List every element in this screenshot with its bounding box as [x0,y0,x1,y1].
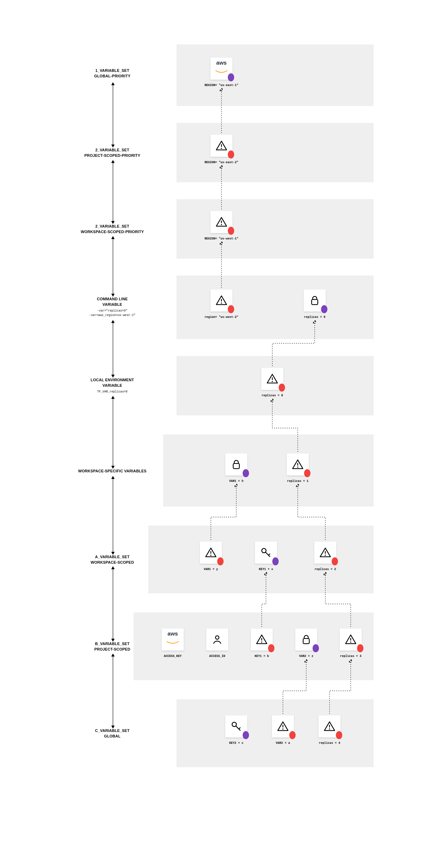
card-var1-y: VAR1 = y [199,541,222,571]
warning-icon [211,289,232,311]
card-label: REGION= "us-east-2" [205,161,239,164]
status-dot [228,73,234,82]
diagram-canvas: 1_VARIABLE_SET GLOBAL-PRIORITY 2_VARIABL… [0,0,434,868]
status-dot [243,731,249,739]
label-r6: WORKSPACE-SPECIFIC VARIABLES [66,468,159,474]
status-dot [228,227,234,235]
card-key1-x: KEY1 = x [254,541,278,571]
lock-icon [295,628,317,651]
card-region-usw2: region= "us-west-2" [210,289,233,319]
card-label: VAR2 = a [276,741,290,745]
card-label: REGION= "us-west-1" [205,237,239,240]
card-var1-h: VAR1 = h [225,454,248,483]
card-label: ACCESS_ID [209,654,225,658]
warning-icon [261,368,283,390]
key-icon [255,541,277,564]
status-dot [272,557,279,565]
label-r2: 2_VARIABLE_SET PROJECT-SCOPED-PRIORITY [66,147,159,158]
lock-icon [304,289,326,311]
card-label: replicas = 3 [340,654,362,658]
warning-icon [287,454,309,475]
card-key1-b: KEY1 = b [250,628,273,658]
card-replicas-1: replicas = 1 [286,454,309,483]
status-dot [357,644,364,652]
person-icon [206,628,228,651]
svg-point-24 [350,642,351,643]
status-dot [268,644,274,652]
svg-point-11 [297,466,298,467]
warning-icon [314,541,336,564]
band-r4 [177,276,374,339]
warning-icon [211,211,232,233]
label-r8: B_VARIABLE_SET PROJECT-SCOPED [66,641,159,652]
svg-point-14 [262,549,266,553]
svg-line-27 [239,727,240,729]
card-label: REGION= "us-east-1" [205,84,239,87]
warning-icon [200,541,222,564]
card-label: KEY1 = x [259,567,273,571]
band-r6 [163,434,374,506]
card-label: VAR1 = y [204,567,218,571]
card-region-use1: aws REGION= "us-east-1" [210,58,233,87]
key-icon [225,715,247,738]
label-r7: A_VARIABLE_SET WORKSPACE-SCOPED [66,554,159,565]
warning-icon [340,628,362,651]
card-var2-z: VAR2 = z [294,628,318,658]
label-r9: C_VARIABLE_SET GLOBAL [66,728,159,739]
card-label: VAR2 = z [299,654,313,658]
label-r3: 2_VARIABLE_SET WORKSPACE-SCOPED-PRIORITY [66,223,159,235]
card-region-use2: REGION= "us-east-2" [210,135,233,164]
band-r1 [177,44,374,106]
label-r1: 1_VARIABLE_SET GLOBAL-PRIORITY [66,68,159,79]
card-access-id: ACCESS_ID [206,628,229,658]
status-dot [336,731,342,739]
svg-rect-9 [233,463,240,469]
svg-point-29 [282,728,283,730]
status-dot [321,305,328,313]
card-label: replicas = 4 [319,741,340,745]
card-label: KEY2 = c [229,741,243,745]
svg-point-1 [221,148,222,149]
card-label: replicas = 9 [304,315,326,319]
status-dot [279,383,285,392]
card-label: KEY1 = b [254,654,269,658]
status-dot [304,469,310,477]
svg-point-18 [324,555,326,556]
status-dot [228,151,234,158]
card-key2-c: KEY2 = c [225,715,248,745]
band-r3 [177,199,374,258]
svg-rect-6 [312,300,318,305]
status-dot [243,469,249,477]
status-dot [332,557,338,565]
svg-point-19 [216,636,219,639]
card-replicas-3: replicas = 3 [339,628,362,658]
card-var2-a: VAR2 = a [271,715,294,745]
svg-point-8 [272,381,273,382]
card-replicas-2: replicas = 2 [314,541,337,571]
card-access-key: aws ACCESS_KEY [161,628,184,658]
status-dot [289,731,296,739]
svg-point-31 [329,728,330,730]
band-r2 [177,123,374,182]
card-region-usw1: REGION= "us-west-1" [210,211,233,240]
svg-point-21 [261,642,262,643]
card-label: region= "us-west-2" [205,315,239,319]
warning-icon [211,135,232,157]
status-dot [217,557,223,565]
warning-icon [272,715,294,738]
svg-line-16 [269,554,270,555]
aws-icon: aws [162,628,184,651]
card-replicas-4: replicas = 4 [318,715,341,745]
svg-point-13 [210,555,211,556]
warning-icon [251,628,273,651]
card-label: replicas = 8 [262,394,283,397]
status-dot [313,644,319,652]
svg-rect-22 [303,639,309,644]
card-label: replicas = 1 [287,479,309,483]
card-label: replicas = 2 [315,567,336,571]
svg-point-5 [221,302,222,304]
card-label: ACCESS_KEY [164,654,182,658]
card-label: VAR1 = h [229,479,243,483]
card-replicas-9: replicas = 9 [303,289,327,319]
svg-point-3 [221,224,222,225]
